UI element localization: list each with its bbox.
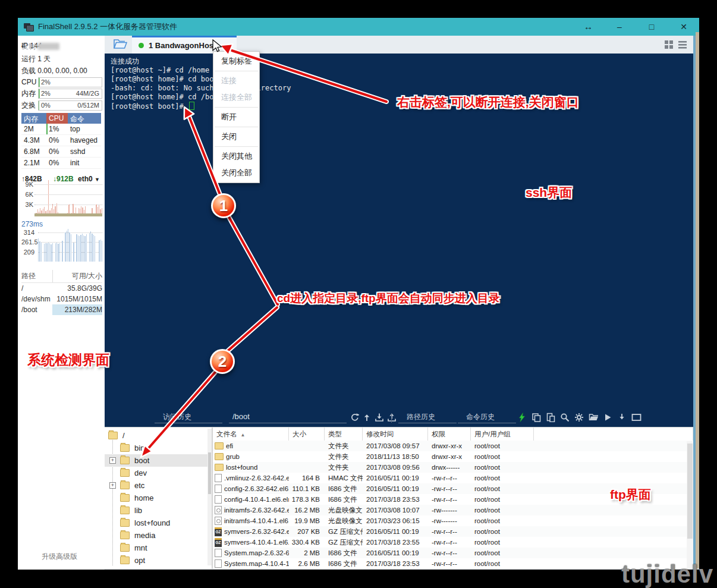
copy-icon[interactable]	[532, 413, 542, 423]
menu-item-连接全部: 连接全部	[213, 89, 259, 106]
process-row[interactable]: 2M1%top	[21, 124, 101, 135]
tile-view-icon[interactable]	[664, 40, 673, 51]
file-table-header[interactable]: 文件名▲ 大小 类型 修改时间 权限 用户/用户组	[213, 427, 693, 441]
tree-item-boot[interactable]: +boot	[105, 454, 212, 467]
file-icon	[215, 495, 222, 504]
upload-icon[interactable]	[387, 413, 397, 423]
tree-item-dev[interactable]: dev	[105, 467, 212, 479]
minimize-button[interactable]: –	[614, 22, 625, 32]
open-connection-folder-icon[interactable]	[113, 38, 127, 52]
file-table-scrollbar[interactable]	[687, 441, 693, 569]
folder-icon	[120, 494, 130, 502]
file-row-efi[interactable]: efi文件夹2017/03/08 09:57drwxr-xr-xroot/roo…	[213, 441, 693, 451]
ping-ytick: 261.5	[21, 238, 34, 246]
current-path-field[interactable]: /boot	[229, 412, 347, 423]
collapse-down-icon[interactable]	[617, 413, 627, 423]
file-row-symvers-4.10.4-1.el6....[interactable]: GZsymvers-4.10.4-1.el6....330.4 KBGZ 压缩文…	[213, 537, 693, 548]
upgrade-link[interactable]: 升级高级版	[18, 552, 101, 562]
uptime-label: 运行 1 天	[21, 54, 51, 64]
ping-ytick: 209	[21, 249, 34, 256]
terminal-output: 连接成功[root@host ~]# cd /home[root@host ho…	[111, 57, 291, 111]
tree-item-bin[interactable]: bin	[105, 442, 212, 454]
maximize-button[interactable]: □	[646, 22, 658, 32]
tree-item-mnt[interactable]: mnt	[105, 542, 212, 554]
restore-size-icon[interactable]: ↔	[584, 21, 593, 32]
network-traffic-chart	[34, 180, 102, 216]
parent-directory-icon[interactable]	[362, 413, 372, 423]
gauge-CPU: CPU2%	[21, 77, 102, 87]
menu-item-关闭全部[interactable]: 关闭全部	[213, 165, 259, 181]
system-monitor-panel: IP 144 4 复制 运行 1 天 负载 0.00, 0.00, 0.00 C…	[18, 36, 105, 570]
folder-icon	[120, 444, 130, 452]
folder-icon	[120, 532, 130, 539]
close-button[interactable]: ✕	[678, 22, 690, 32]
folder-icon	[215, 442, 224, 449]
col-mtime: 修改时间	[363, 427, 428, 441]
disk-row[interactable]: /35.8G/39G	[21, 283, 102, 294]
disc-icon	[215, 517, 222, 525]
menu-item-断开[interactable]: 断开	[213, 109, 259, 125]
network-baseline	[34, 213, 102, 216]
tree-item-opt[interactable]: opt	[105, 554, 212, 567]
gauge-内存: 内存2%44M/2G	[21, 89, 102, 99]
file-row-lost+found[interactable]: lost+found文件夹2017/03/08 09:56drwx------r…	[213, 462, 693, 473]
ping-latency-chart	[38, 227, 102, 262]
search-icon[interactable]	[560, 413, 570, 423]
tree-item-media[interactable]: media	[105, 529, 212, 542]
gauge-交换: 交换0%0/512M	[21, 100, 102, 110]
file-row-initramfs-4.10.4-1.el6....[interactable]: initramfs-4.10.4-1.el6....19.9 MB光盘映像文..…	[213, 515, 693, 526]
download-icon[interactable]	[375, 413, 385, 423]
annotation-monitor-area: 系统检测界面	[27, 351, 109, 369]
process-row[interactable]: 6.8M0%sshd	[21, 146, 101, 158]
tree-scrollbar[interactable]	[207, 429, 212, 565]
step-1-badge: 1	[211, 193, 236, 218]
menu-item-复制标签[interactable]: 复制标签	[213, 53, 259, 70]
path-history-field[interactable]: 路径历史	[398, 412, 457, 423]
settings-gear-icon[interactable]	[574, 413, 584, 423]
menu-item-连接: 连接	[213, 73, 259, 89]
tab-list-menu-icon[interactable]	[678, 40, 687, 51]
annotation-ftp-area: ftp界面	[610, 486, 651, 503]
paste-icon[interactable]	[546, 413, 556, 423]
gz-icon: GZ	[215, 527, 222, 536]
file-row-grub[interactable]: grub文件夹2018/11/13 18:50drwxr-xr-xroot/ro…	[213, 451, 693, 462]
expand-icon[interactable]: +	[109, 482, 116, 489]
menu-item-关闭[interactable]: 关闭	[213, 128, 259, 145]
tree-item-lost+found[interactable]: lost+found	[105, 517, 212, 529]
title-bar[interactable]: FinalShell 2.9.5.2 一体化服务器管理软件 ↔ – □ ✕	[18, 18, 699, 36]
watermark: tujidelv	[621, 560, 713, 588]
file-row-symvers-2.6.32-642.el...[interactable]: GZsymvers-2.6.32-642.el...207 KBGZ 压缩文件2…	[213, 526, 693, 537]
expand-icon[interactable]: +	[109, 457, 116, 464]
command-history-field[interactable]: 命令历史	[458, 412, 516, 423]
refresh-icon[interactable]	[350, 413, 360, 423]
tree-item-/[interactable]: /	[105, 429, 212, 442]
tree-item-home[interactable]: home	[105, 492, 212, 504]
file-row-System.map-2.6.32-6...[interactable]: System.map-2.6.32-6...2 MBI686 文件2016/05…	[213, 548, 693, 558]
col-filename: 文件名▲	[213, 427, 289, 441]
col-owner: 用户/用户组	[471, 427, 534, 441]
process-row[interactable]: 4.3M0%haveged	[21, 135, 101, 146]
tree-item-etc[interactable]: +etc	[105, 479, 212, 492]
open-folder-icon[interactable]	[589, 413, 599, 423]
menu-item-关闭其他[interactable]: 关闭其他	[213, 148, 259, 165]
tree-item-lib[interactable]: lib	[105, 504, 212, 517]
ftp-toolbar: 访问历史 /boot 路径历史 命令历史	[105, 410, 693, 427]
disc-icon	[215, 506, 222, 514]
folder-icon	[120, 556, 130, 564]
copy-ip-link[interactable]: 复制	[21, 42, 36, 52]
run-icon[interactable]	[603, 413, 613, 423]
file-icon	[215, 485, 222, 493]
disk-row[interactable]: /boot213M/282M	[21, 304, 102, 315]
window-right-edge	[696, 32, 699, 570]
annotation-tab-tip: 右击标签,可以断开连接,关闭窗口	[397, 94, 579, 111]
file-row-initramfs-2.6.32-642.e...[interactable]: initramfs-2.6.32-642.e...16.2 MB光盘映像文...…	[213, 505, 693, 515]
process-row[interactable]: 2.1M0%init	[21, 158, 101, 169]
disk-row[interactable]: /dev/shm1015M/1015M	[21, 294, 102, 304]
speed-boost-icon[interactable]	[517, 413, 527, 423]
visit-history-field[interactable]: 访问历史	[155, 412, 222, 423]
panel-layout-icon[interactable]	[631, 413, 641, 423]
process-table: 内存CPU命令2M1%top4.3M0%haveged6.8M0%sshd2.1…	[21, 113, 101, 169]
file-icon	[215, 559, 222, 568]
file-row-.vmlinuz-2.6.32-642.el...[interactable]: .vmlinuz-2.6.32-642.el...164 BHMAC 文件201…	[213, 473, 693, 483]
disk-usage-table: 路径可用/大小/35.8G/39G/dev/shm1015M/1015M/boo…	[21, 270, 102, 315]
